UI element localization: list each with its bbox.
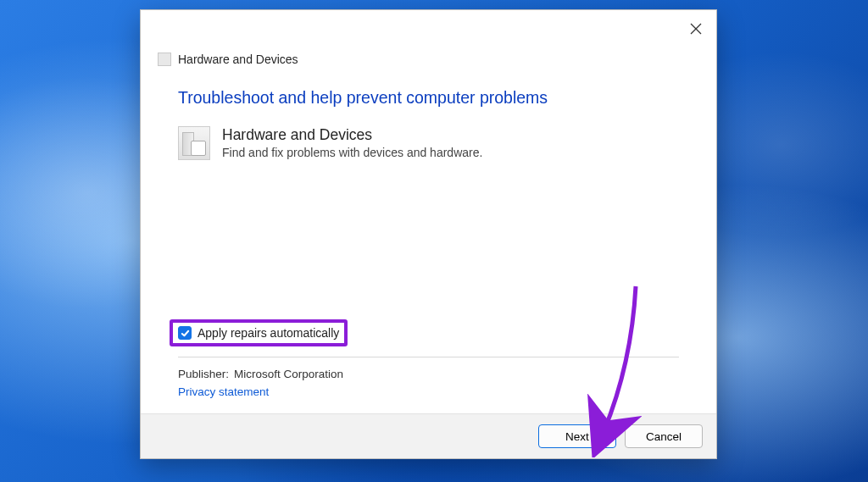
publisher-value: Microsoft Corporation [234, 368, 343, 380]
dialog-content: Troubleshoot and help prevent computer p… [141, 75, 716, 413]
close-icon [690, 23, 702, 35]
dialog-titlebar [141, 10, 716, 41]
troubleshooter-icon [158, 53, 171, 66]
apply-repairs-checkbox-row[interactable]: Apply repairs automatically [170, 319, 348, 346]
troubleshooter-dialog: Hardware and Devices Troubleshoot and he… [140, 9, 717, 459]
publisher-label: Publisher: [178, 368, 229, 380]
publisher-row: Publisher: Microsoft Corporation [178, 368, 679, 380]
apply-repairs-label: Apply repairs automatically [198, 326, 339, 340]
dialog-title: Hardware and Devices [178, 53, 298, 66]
close-button[interactable] [686, 19, 706, 39]
privacy-statement-link[interactable]: Privacy statement [178, 385, 679, 398]
troubleshooter-item: Hardware and Devices Find and fix proble… [178, 126, 679, 160]
troubleshooter-text: Hardware and Devices Find and fix proble… [222, 126, 482, 159]
hardware-icon [178, 126, 210, 160]
content-divider [178, 357, 679, 357]
main-heading: Troubleshoot and help prevent computer p… [178, 88, 679, 108]
checkmark-icon [181, 329, 190, 338]
troubleshooter-description: Find and fix problems with devices and h… [222, 146, 482, 159]
next-button[interactable]: Next [538, 424, 616, 448]
dialog-header: Hardware and Devices [141, 41, 716, 75]
apply-repairs-checkbox[interactable] [178, 326, 192, 340]
dialog-footer: Next Cancel [141, 413, 716, 458]
cancel-button[interactable]: Cancel [625, 424, 703, 448]
troubleshooter-name: Hardware and Devices [222, 126, 482, 144]
